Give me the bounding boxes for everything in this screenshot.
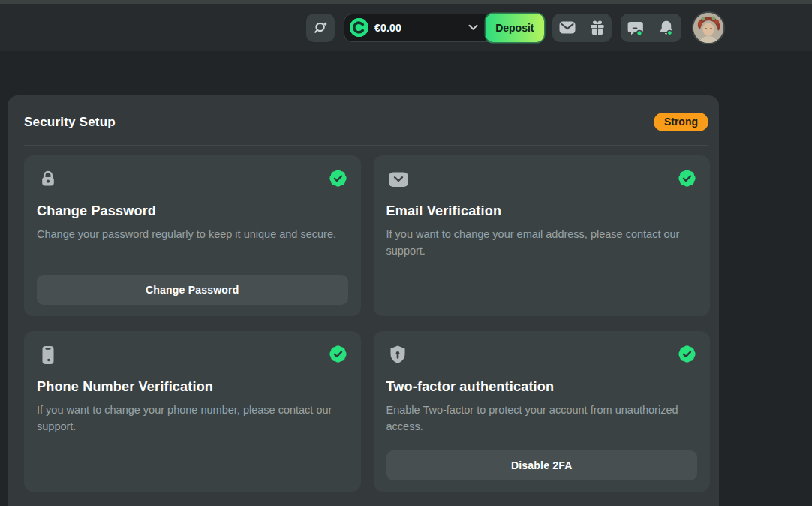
wallet-balance: €0.00	[374, 22, 401, 34]
mail-icon	[559, 21, 576, 34]
shield-keyhole-icon	[386, 344, 409, 366]
security-strength-badge: Strong	[654, 113, 708, 131]
top-navbar: €0.00 Deposit	[0, 4, 812, 51]
card-phone-verification: Phone Number Verification If you want to…	[24, 331, 361, 492]
card-change-password: Change Password Change your password reg…	[24, 155, 361, 316]
inbox-button[interactable]	[552, 14, 582, 42]
security-cards-grid: Change Password Change your password reg…	[17, 146, 710, 506]
search-sparkle-icon	[312, 20, 329, 36]
lock-icon	[37, 168, 59, 191]
verified-check-badge	[328, 344, 348, 364]
page-title: Security Setup	[24, 115, 116, 130]
card-description: Enable Two-factor to protect your accoun…	[386, 402, 698, 435]
wallet-selector[interactable]: €0.00 Deposit	[344, 14, 543, 42]
gift-icon	[589, 20, 606, 36]
rewards-button[interactable]	[582, 14, 612, 42]
verified-check-badge	[677, 344, 697, 364]
deposit-button[interactable]: Deposit	[486, 14, 543, 42]
notifications-button[interactable]	[651, 14, 681, 42]
user-avatar[interactable]	[692, 11, 725, 44]
card-title: Email Verification	[386, 203, 698, 219]
card-description: Change your password regularly to keep i…	[37, 227, 348, 243]
card-email-verification: Email Verification If you want to change…	[374, 155, 711, 316]
chat-icon	[627, 20, 644, 36]
chat-button[interactable]	[621, 14, 651, 42]
card-description: If you want to change your email address…	[386, 227, 698, 260]
envelope-icon	[386, 168, 411, 191]
change-password-button[interactable]: Change Password	[37, 275, 348, 305]
card-description: If you want to change your phone number,…	[37, 402, 348, 435]
card-title: Two-factor authentication	[386, 379, 698, 395]
security-setup-panel: Security Setup Strong	[8, 95, 719, 506]
verified-check-badge	[677, 168, 697, 188]
search-button[interactable]	[306, 14, 335, 42]
card-title: Change Password	[37, 203, 348, 219]
card-two-factor: Two-factor authentication Enable Two-fac…	[374, 331, 711, 492]
chat-notifications-group	[621, 14, 681, 42]
panel-header: Security Setup Strong	[17, 95, 710, 145]
chevron-down-icon	[468, 24, 478, 31]
phone-icon	[37, 344, 59, 366]
inbox-rewards-group	[552, 14, 612, 42]
card-title: Phone Number Verification	[37, 379, 348, 395]
disable-2fa-button[interactable]: Disable 2FA	[386, 450, 698, 480]
bell-icon	[658, 20, 675, 36]
verified-check-badge	[328, 168, 348, 188]
coin-icon	[350, 18, 368, 37]
